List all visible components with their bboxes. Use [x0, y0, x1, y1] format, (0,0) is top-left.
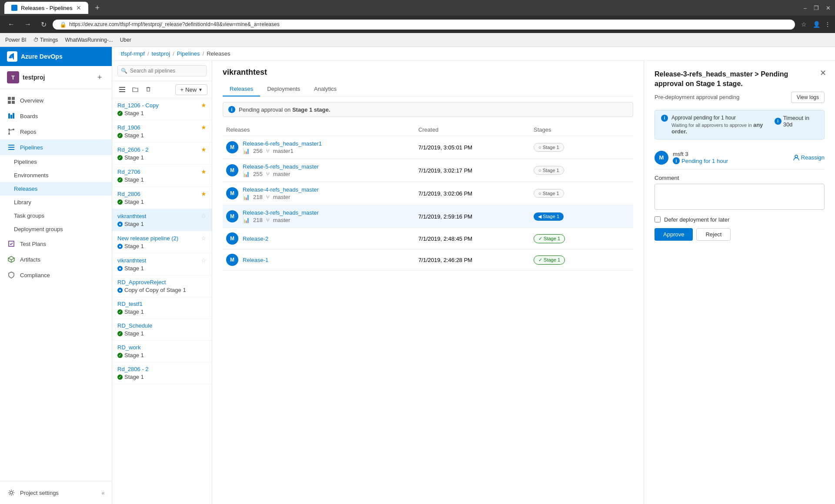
- breadcrumb-pipelines[interactable]: Pipelines: [177, 50, 200, 57]
- star-icon[interactable]: ★: [201, 190, 207, 197]
- repos-icon: [7, 127, 16, 136]
- list-item[interactable]: Rd_1906 ★ ✓ Stage 1: [112, 120, 212, 143]
- stage-badge[interactable]: ○ Stage 1: [534, 143, 564, 152]
- restore-button[interactable]: ❐: [814, 5, 819, 11]
- tab-deployments[interactable]: Deployments: [260, 82, 307, 96]
- bookmark-timings[interactable]: ⏱ Timings: [33, 37, 58, 43]
- release-meta: 📊256 ⑂master1: [243, 148, 322, 154]
- breadcrumb-project[interactable]: testproj: [152, 50, 170, 57]
- sidebar-collapse-icon[interactable]: «: [102, 490, 105, 496]
- folder-view-button[interactable]: [130, 84, 141, 95]
- sidebar-item-boards[interactable]: Boards: [0, 108, 112, 124]
- star-icon-empty[interactable]: ☆: [201, 235, 207, 242]
- list-item[interactable]: RD_work ✓ Stage 1: [112, 341, 212, 362]
- stage-badge-blue[interactable]: ◀ Stage 1: [534, 212, 564, 221]
- sidebar-item-releases[interactable]: Releases: [0, 182, 112, 196]
- bookmark-uber[interactable]: Uber: [120, 37, 131, 43]
- sidebar-item-artifacts[interactable]: Artifacts: [0, 252, 112, 267]
- bookmark-whatwasrunning[interactable]: WhatWasRunning-...: [65, 37, 113, 43]
- list-item[interactable]: Rd_2706 ★ ✓ Stage 1: [112, 165, 212, 187]
- list-view-button[interactable]: [117, 84, 128, 95]
- branch-name: master1: [273, 148, 294, 154]
- address-bar[interactable]: 🔒 https://dev.azure.com/tfspf-rmpf/testp…: [53, 20, 795, 30]
- list-item[interactable]: Rd_1206 - Copy ★ ✓ Stage 1: [112, 98, 212, 120]
- defer-checkbox[interactable]: [655, 216, 661, 222]
- release-name-link[interactable]: Release-6-refs_heads_master1: [243, 140, 322, 147]
- release-name-link[interactable]: Release-5-refs_heads_master: [243, 163, 319, 170]
- star-icon[interactable]: ★: [201, 168, 207, 175]
- star-icon-empty[interactable]: ☆: [201, 257, 207, 264]
- star-icon[interactable]: ★: [201, 102, 207, 109]
- pipeline-item-name: RD_testf1: [117, 301, 207, 307]
- stage-badge[interactable]: ○ Stage 1: [534, 166, 564, 175]
- sidebar-item-compliance[interactable]: Compliance: [0, 267, 112, 283]
- list-item[interactable]: Rd_2606 - 2 ★ ✓ Stage 1: [112, 143, 212, 165]
- sidebar-item-deployment-groups[interactable]: Deployment groups: [0, 222, 112, 236]
- minimize-button[interactable]: –: [804, 5, 807, 11]
- sidebar-item-environments[interactable]: Environments: [0, 169, 112, 182]
- star-icon[interactable]: ★: [201, 146, 207, 153]
- list-item[interactable]: vikranthtest ☆ ● Stage 1: [112, 253, 212, 275]
- sidebar-item-repos[interactable]: Repos: [0, 124, 112, 139]
- sidebar-item-pipelines-group[interactable]: Pipelines: [0, 139, 112, 155]
- star-icon[interactable]: ★: [201, 124, 207, 131]
- more-menu-icon[interactable]: ⋮: [825, 21, 831, 28]
- breadcrumb-org[interactable]: tfspf-rmpf: [121, 50, 145, 57]
- refresh-button[interactable]: ↻: [37, 19, 50, 30]
- comment-textarea[interactable]: [655, 184, 825, 210]
- stage-badge-green[interactable]: ✓ Stage 1: [534, 255, 565, 265]
- reassign-label: Reassign: [801, 154, 825, 161]
- sidebar-item-task-groups[interactable]: Task groups: [0, 209, 112, 222]
- tab-close-button[interactable]: ✕: [76, 4, 81, 11]
- list-item[interactable]: Rd_2806 - 2 ✓ Stage 1: [112, 362, 212, 384]
- table-row[interactable]: M Release-4-refs_heads_master 📊218 ⑂mast…: [223, 182, 633, 205]
- table-row[interactable]: M Release-6-refs_heads_master1 📊256 ⑂mas…: [223, 136, 633, 159]
- table-row[interactable]: M Release-2 7/1/2019, 2:48:45 PM ✓ Stage…: [223, 228, 633, 249]
- new-tab-button[interactable]: +: [92, 3, 104, 13]
- profile-icon[interactable]: 👤: [813, 21, 820, 28]
- table-row[interactable]: M Release-5-refs_heads_master 📊255 ⑂mast…: [223, 159, 633, 182]
- window-close-button[interactable]: ✕: [826, 5, 831, 11]
- list-item[interactable]: RD_Schedule ✓ Stage 1: [112, 319, 212, 341]
- pipeline-search-input[interactable]: [117, 65, 207, 76]
- tab-analytics[interactable]: Analytics: [307, 82, 344, 96]
- approval-panel-close-button[interactable]: ✕: [818, 68, 828, 78]
- sidebar-add-button[interactable]: +: [94, 72, 105, 83]
- sidebar-item-test-plans[interactable]: Test Plans: [0, 236, 112, 252]
- list-item[interactable]: Rd_2806 ★ ✓ Stage 1: [112, 187, 212, 209]
- sidebar-item-library[interactable]: Library: [0, 196, 112, 209]
- bookmark-powerbi[interactable]: Power BI: [5, 37, 27, 43]
- new-pipeline-button[interactable]: + New ▼: [175, 84, 207, 95]
- forward-button[interactable]: →: [21, 19, 35, 30]
- release-name-link[interactable]: Release-2: [243, 235, 268, 242]
- stage-badge-green[interactable]: ✓ Stage 1: [534, 234, 565, 243]
- list-item[interactable]: vikranthtest ☆ ● Stage 1: [112, 209, 212, 231]
- star-icon-empty[interactable]: ☆: [201, 212, 207, 219]
- sidebar-item-pipelines-sub[interactable]: Pipelines: [0, 155, 112, 169]
- status-dot-green: ✓: [117, 199, 123, 205]
- bookmark-star-icon[interactable]: ☆: [801, 21, 807, 28]
- project-settings-link[interactable]: Project settings «: [0, 485, 112, 501]
- table-row[interactable]: M Release-3-refs_heads_master 📊218 ⑂mast…: [223, 205, 633, 228]
- release-name-link[interactable]: Release-3-refs_heads_master: [243, 209, 319, 216]
- reject-button[interactable]: Reject: [696, 228, 731, 241]
- list-item[interactable]: RD_ApproveReject ● Copy of Copy of Stage…: [112, 275, 212, 297]
- tab-releases[interactable]: Releases: [223, 82, 260, 96]
- build-number: 255: [253, 171, 263, 177]
- list-item[interactable]: RD_testf1 ✓ Stage 1: [112, 297, 212, 319]
- reassign-button[interactable]: Reassign: [793, 154, 825, 161]
- pipeline-item-status: ✓ Stage 1: [117, 308, 207, 315]
- stage-badge[interactable]: ○ Stage 1: [534, 189, 564, 198]
- back-button[interactable]: ←: [4, 19, 18, 30]
- list-item[interactable]: New release pipeline (2) ☆ ● Stage 1: [112, 231, 212, 253]
- view-logs-button[interactable]: View logs: [791, 92, 825, 103]
- table-row[interactable]: M Release-1 7/1/2019, 2:46:28 PM ✓ Stage…: [223, 249, 633, 271]
- browser-tab[interactable]: Releases - Pipelines ✕: [4, 2, 88, 14]
- sidebar-item-overview[interactable]: Overview: [0, 93, 112, 108]
- delete-button[interactable]: [143, 84, 154, 95]
- release-name-link[interactable]: Release-1: [243, 257, 268, 263]
- approve-button[interactable]: Approve: [655, 228, 693, 241]
- sidebar-label-deployment-groups: Deployment groups: [14, 226, 63, 232]
- release-name-link[interactable]: Release-4-refs_heads_master: [243, 186, 319, 193]
- search-wrapper: 🔍: [117, 65, 207, 76]
